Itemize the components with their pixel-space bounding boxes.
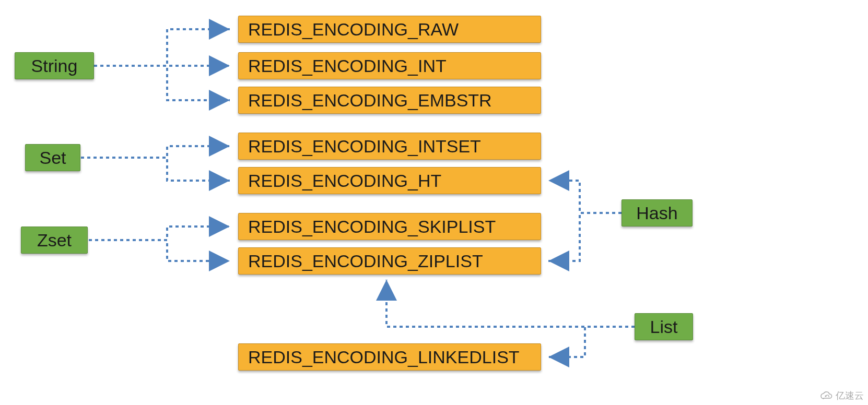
encoding-label: REDIS_ENCODING_INTSET — [248, 136, 481, 157]
type-label: Hash — [636, 203, 677, 223]
encoding-int: REDIS_ENCODING_INT — [238, 52, 541, 79]
type-label: List — [650, 317, 678, 337]
encoding-embstr: REDIS_ENCODING_EMBSTR — [238, 87, 541, 114]
type-list: List — [635, 313, 693, 340]
encoding-skiplist: REDIS_ENCODING_SKIPLIST — [238, 213, 541, 240]
type-hash: Hash — [621, 199, 693, 227]
type-string: String — [15, 52, 94, 79]
encoding-raw: REDIS_ENCODING_RAW — [238, 16, 541, 43]
encoding-label: REDIS_ENCODING_HT — [248, 171, 441, 191]
encoding-label: REDIS_ENCODING_RAW — [248, 19, 459, 40]
type-zset: Zset — [21, 227, 88, 254]
watermark: 亿速云 — [820, 389, 864, 402]
type-label: Set — [39, 148, 66, 168]
encoding-label: REDIS_ENCODING_LINKEDLIST — [248, 347, 520, 367]
watermark-text: 亿速云 — [836, 389, 864, 402]
type-set: Set — [25, 144, 80, 171]
type-label: String — [31, 56, 78, 76]
encoding-intset: REDIS_ENCODING_INTSET — [238, 133, 541, 160]
encoding-label: REDIS_ENCODING_ZIPLIST — [248, 251, 483, 271]
encoding-label: REDIS_ENCODING_SKIPLIST — [248, 217, 496, 237]
cloud-icon — [820, 390, 834, 401]
encoding-label: REDIS_ENCODING_EMBSTR — [248, 90, 492, 111]
encoding-linkedlist: REDIS_ENCODING_LINKEDLIST — [238, 343, 541, 371]
type-label: Zset — [37, 230, 72, 251]
encoding-label: REDIS_ENCODING_INT — [248, 56, 447, 76]
encoding-ziplist: REDIS_ENCODING_ZIPLIST — [238, 247, 541, 275]
encoding-ht: REDIS_ENCODING_HT — [238, 167, 541, 194]
